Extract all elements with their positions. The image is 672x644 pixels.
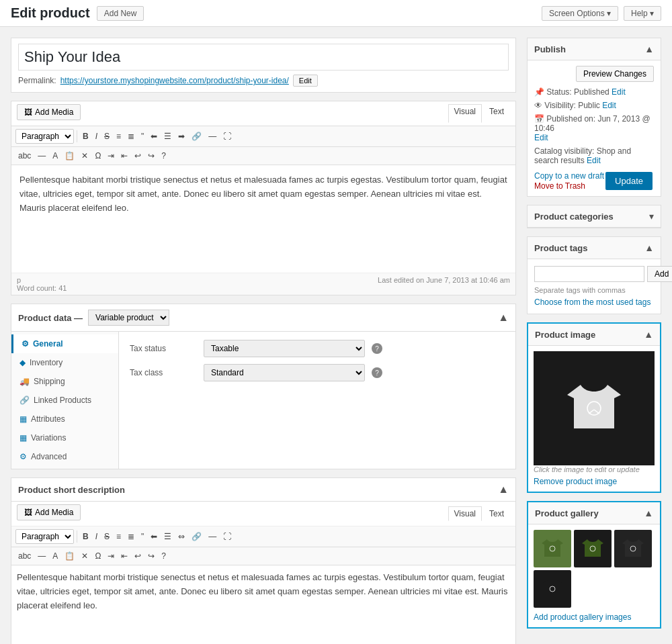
sd-abc-button[interactable]: abc xyxy=(15,550,34,562)
permalink-edit-button[interactable]: Edit xyxy=(293,75,318,87)
paragraph-select[interactable]: Paragraph xyxy=(15,129,74,144)
align-center-button[interactable]: ☰ xyxy=(161,130,174,142)
sd-ul-button[interactable]: ≡ xyxy=(114,531,124,543)
gallery-thumb-4[interactable] xyxy=(534,570,571,608)
nav-item-shipping[interactable]: 🚚 Shipping xyxy=(11,372,118,391)
strikethrough-button[interactable]: S xyxy=(101,130,112,142)
visibility-edit-link[interactable]: Edit xyxy=(602,101,616,110)
tax-class-select[interactable]: Standard xyxy=(204,364,365,381)
special-char-button[interactable]: Ω xyxy=(92,150,103,162)
sd-outdent-button[interactable]: ⇤ xyxy=(118,550,130,562)
ordered-list-button[interactable]: ≣ xyxy=(125,130,137,142)
sd-undo-button[interactable]: ↩ xyxy=(132,550,144,562)
hr-button[interactable]: — xyxy=(35,150,48,162)
trash-link[interactable]: Move to Trash xyxy=(534,181,585,191)
clear-format-button[interactable]: ✕ xyxy=(79,150,91,162)
add-media-button[interactable]: 🖼 Add Media xyxy=(17,104,81,120)
fullscreen-button[interactable]: ⛶ xyxy=(220,130,234,142)
product-data-toggle[interactable]: ▲ xyxy=(498,312,509,324)
unordered-list-button[interactable]: ≡ xyxy=(114,130,124,142)
outdent-button[interactable]: ⇤ xyxy=(118,150,130,162)
sd-bq-button[interactable]: " xyxy=(138,531,146,543)
tags-panel-header[interactable]: Product tags ▲ xyxy=(528,237,661,259)
product-type-select[interactable]: Variable product xyxy=(88,310,169,326)
blockquote-button[interactable]: " xyxy=(138,130,146,142)
gallery-thumb-1[interactable] xyxy=(534,530,571,567)
editor-content[interactable]: Pellentesque habitant morbi tristique se… xyxy=(11,165,515,273)
categories-panel-toggle[interactable]: ▾ xyxy=(649,211,654,222)
strikethrough2-button[interactable]: abc xyxy=(15,150,34,162)
short-desc-add-media-button[interactable]: 🖼 Add Media xyxy=(17,504,81,520)
nav-item-linked-products[interactable]: 🔗 Linked Products xyxy=(11,391,118,410)
product-title-input[interactable] xyxy=(18,44,509,71)
nav-item-general[interactable]: ⚙ General xyxy=(11,334,118,353)
preview-changes-button[interactable]: Preview Changes xyxy=(576,66,654,82)
sd-italic-button[interactable]: I xyxy=(93,531,100,543)
short-desc-tab-visual[interactable]: Visual xyxy=(448,506,482,521)
add-tag-button[interactable]: Add xyxy=(647,266,672,282)
bold-button[interactable]: B xyxy=(80,130,91,142)
tab-text[interactable]: Text xyxy=(483,104,510,123)
sd-more-button[interactable]: — xyxy=(206,531,219,543)
status-edit-link[interactable]: Edit xyxy=(612,87,626,97)
sd-link-button[interactable]: 🔗 xyxy=(189,531,204,543)
sd-strikethrough-button[interactable]: S xyxy=(101,531,112,543)
sd-indent-button[interactable]: ⇥ xyxy=(105,550,117,562)
screen-options-button[interactable]: Screen Options ▾ xyxy=(542,6,618,21)
sd-fs-button[interactable]: ⛶ xyxy=(220,531,234,543)
product-image-panel-toggle[interactable]: ▲ xyxy=(644,329,653,340)
copy-draft-link[interactable]: Copy to a new draft xyxy=(534,171,604,181)
nav-item-inventory[interactable]: ◆ Inventory xyxy=(11,353,118,372)
short-desc-tab-text[interactable]: Text xyxy=(483,506,510,521)
font-color-button[interactable]: A xyxy=(50,150,60,162)
sd-help-button[interactable]: ? xyxy=(159,550,169,562)
date-edit-link[interactable]: Edit xyxy=(534,133,548,142)
sd-ol-button[interactable]: ≣ xyxy=(125,531,137,543)
most-used-tags-link[interactable]: Choose from the most used tags xyxy=(534,297,650,307)
publish-panel-header[interactable]: Publish ▲ xyxy=(528,38,661,60)
nav-item-advanced[interactable]: ⚙ Advanced xyxy=(11,447,118,466)
link-button[interactable]: 🔗 xyxy=(189,130,204,142)
align-left-button[interactable]: ⬅ xyxy=(148,130,160,142)
tax-status-help-icon[interactable]: ? xyxy=(372,343,382,354)
add-gallery-link[interactable]: Add product gallery images xyxy=(534,612,631,622)
tag-input[interactable] xyxy=(534,266,644,282)
more-button[interactable]: — xyxy=(206,130,219,142)
publish-panel-toggle[interactable]: ▲ xyxy=(644,44,654,54)
sd-font-button[interactable]: A xyxy=(50,550,60,562)
short-desc-paragraph-select[interactable]: Paragraph xyxy=(15,529,74,544)
help2-button[interactable]: ? xyxy=(159,150,169,162)
indent-button[interactable]: ⇥ xyxy=(105,150,117,162)
tags-panel-toggle[interactable]: ▲ xyxy=(644,242,654,253)
undo-button[interactable]: ↩ xyxy=(132,150,144,162)
sd-paste-button[interactable]: 📋 xyxy=(62,550,77,562)
sd-align-center-button[interactable]: ☰ xyxy=(161,531,174,543)
short-desc-content[interactable]: Pellentesque habitant morbi tristique se… xyxy=(11,565,515,644)
gallery-thumb-3[interactable] xyxy=(614,530,652,567)
paste-text-button[interactable]: 📋 xyxy=(62,150,77,162)
nav-item-attributes[interactable]: ▦ Attributes xyxy=(11,410,118,428)
short-desc-toggle[interactable]: ▲ xyxy=(498,484,509,496)
update-button[interactable]: Update xyxy=(605,172,653,190)
sd-redo-button[interactable]: ↪ xyxy=(145,550,157,562)
tab-visual[interactable]: Visual xyxy=(448,104,482,123)
sd-hr-button[interactable]: — xyxy=(35,550,48,562)
product-image-panel-header[interactable]: Product image ▲ xyxy=(528,324,660,346)
tax-class-help-icon[interactable]: ? xyxy=(372,367,382,378)
tax-status-select[interactable]: Taxable xyxy=(204,340,365,357)
sd-bold-button[interactable]: B xyxy=(80,531,91,543)
sd-omega-button[interactable]: Ω xyxy=(92,550,103,562)
add-new-button[interactable]: Add New xyxy=(97,6,144,21)
product-image-thumbnail[interactable] xyxy=(534,351,655,465)
permalink-url[interactable]: https://yourstore.myshopingwebsite.com/p… xyxy=(60,76,289,85)
sd-align-left-button[interactable]: ⬅ xyxy=(148,531,160,543)
categories-panel-header[interactable]: Product categories ▾ xyxy=(528,205,661,228)
gallery-panel-header[interactable]: Product gallery ▲ xyxy=(528,502,660,524)
help-button[interactable]: Help ▾ xyxy=(624,6,661,21)
remove-image-link[interactable]: Remove product image xyxy=(534,477,617,486)
nav-item-variations[interactable]: ▦ Variations xyxy=(11,428,118,447)
gallery-panel-toggle[interactable]: ▲ xyxy=(644,508,653,518)
italic-button[interactable]: I xyxy=(93,130,100,142)
redo-button[interactable]: ↪ xyxy=(145,150,157,162)
sd-align-right-button[interactable]: ⇔ xyxy=(175,531,187,543)
